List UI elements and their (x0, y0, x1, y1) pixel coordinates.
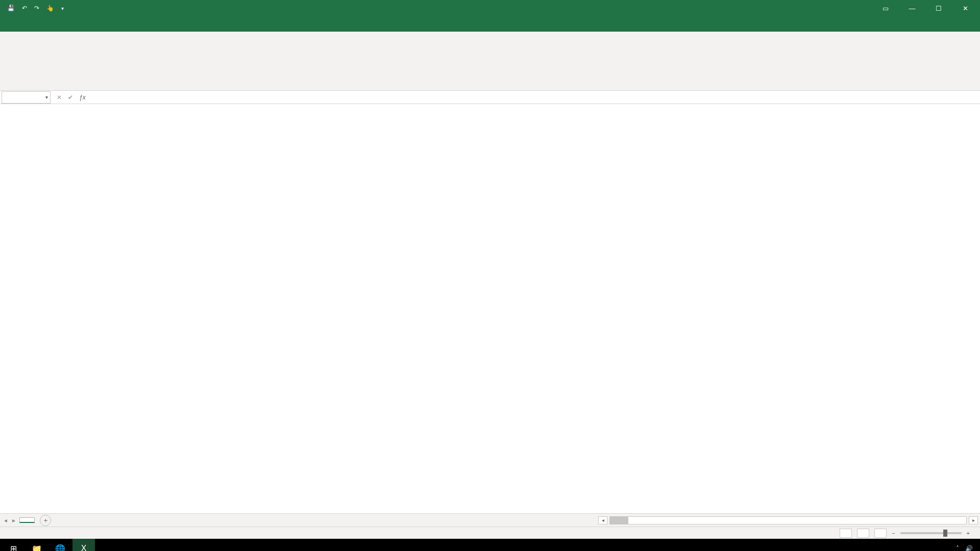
signin-button[interactable] (856, 0, 871, 16)
spreadsheet-grid[interactable] (0, 104, 980, 513)
status-bar: − + (0, 527, 980, 539)
explorer-icon[interactable]: 📁 (26, 539, 48, 551)
zoom-in-button[interactable]: + (967, 530, 970, 536)
maximize-button[interactable]: ☐ (927, 0, 950, 16)
formula-bar: ✕ ✔ ƒx (0, 91, 980, 104)
excel-taskbar-icon[interactable]: X (72, 539, 95, 551)
ribbon-tabs (0, 16, 980, 32)
view-break-button[interactable] (874, 529, 887, 538)
view-layout-button[interactable] (857, 529, 869, 538)
formula-enter-icon: ✔ (68, 94, 73, 101)
qat-more-icon[interactable]: ▾ (61, 6, 64, 11)
fx-icon[interactable]: ƒx (79, 94, 86, 101)
windows-taskbar: ⊞ 📁 🌐 X ˄ 🔊 (0, 539, 980, 551)
ribbon-display-icon[interactable]: ▭ (874, 0, 897, 16)
ribbon (0, 32, 980, 91)
minimize-button[interactable]: — (900, 0, 924, 16)
start-button[interactable]: ⊞ (2, 539, 24, 551)
sheet-nav[interactable]: ◂▸ (0, 517, 19, 524)
sheet-tab-active[interactable] (19, 517, 35, 523)
tray-sound-icon[interactable]: 🔊 (965, 545, 973, 551)
edge-icon[interactable]: 🌐 (49, 539, 71, 551)
add-sheet-button[interactable]: ＋ (40, 515, 51, 526)
title-bar: 💾 ↶ ↷ 👆 ▾ ▭ — ☐ ✕ (0, 0, 980, 16)
save-icon[interactable]: 💾 (7, 5, 15, 12)
zoom-slider[interactable] (900, 532, 962, 534)
formula-input[interactable] (92, 91, 980, 104)
redo-icon[interactable]: ↷ (34, 5, 39, 12)
hscroll-right[interactable]: ▸ (969, 516, 978, 524)
close-button[interactable]: ✕ (953, 0, 977, 16)
tray-up-icon[interactable]: ˄ (956, 545, 959, 551)
zoom-out-button[interactable]: − (892, 530, 895, 536)
undo-icon[interactable]: ↶ (22, 5, 27, 12)
hscroll-thumb[interactable] (610, 517, 628, 524)
sheet-tab-bar: ◂▸ ＋ ◂ ▸ (0, 513, 980, 527)
formula-cancel-icon: ✕ (57, 94, 62, 101)
view-normal-button[interactable] (840, 529, 852, 538)
hscroll-left[interactable]: ◂ (598, 516, 607, 524)
touch-icon[interactable]: 👆 (46, 5, 54, 12)
hscroll-track[interactable] (609, 516, 967, 524)
name-box[interactable] (2, 91, 51, 104)
